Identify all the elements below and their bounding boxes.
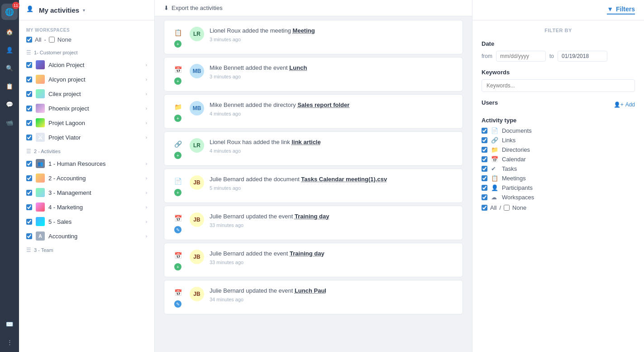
activity-type-icon: 📋: [172, 27, 184, 39]
type-participants-checkbox[interactable]: [482, 185, 487, 191]
sidebar-item-sales[interactable]: 5 - Sales ›: [19, 214, 154, 229]
type-tasks-checkbox[interactable]: [482, 166, 487, 172]
type-workspaces-checkbox[interactable]: [482, 194, 487, 200]
sidebar-item-viator[interactable]: ⚔ Projet Viator ›: [19, 130, 154, 145]
none-checkbox[interactable]: [49, 37, 55, 43]
type-directories-checkbox[interactable]: [482, 147, 487, 153]
video-icon: 📹: [6, 119, 13, 126]
cilex-checkbox[interactable]: [26, 91, 32, 97]
sidebar-item-hr[interactable]: 👥 1 - Human Resources ›: [19, 156, 154, 171]
activity-card: 📄 + JB Julie Bernard added the document …: [164, 169, 463, 203]
activity-card: 🔗 + LR Lionel Roux has added the link li…: [164, 131, 463, 166]
sidebar-item-cilex[interactable]: Cilex project ›: [19, 87, 154, 101]
date-to-input[interactable]: [558, 51, 607, 62]
activity-type-icon: 📁: [172, 101, 184, 113]
more-icon: ⋮: [7, 339, 13, 346]
mgmt-thumb: [36, 188, 45, 197]
type-directories-label: Directories: [502, 146, 530, 153]
sidebar-item-accounting2[interactable]: 2 - Accounting ›: [19, 171, 154, 185]
nav-user[interactable]: 👤: [1, 42, 18, 58]
workspaces-section: MY WORKSPACES All - None: [19, 24, 154, 46]
nav-clipboard[interactable]: 📋: [1, 78, 18, 94]
keywords-input[interactable]: [482, 79, 635, 92]
sidebar-item-marketing[interactable]: 4 - Marketing ›: [19, 200, 154, 214]
type-links-label: Links: [502, 137, 515, 144]
type-meetings-label: Meetings: [502, 175, 526, 182]
sales-arrow: ›: [146, 219, 147, 224]
type-meetings-checkbox[interactable]: [482, 175, 487, 181]
hr-label: 1 - Human Resources: [48, 160, 142, 167]
activity-item-name: Tasks Calendar meeting(1).csv: [301, 176, 387, 183]
filters-button[interactable]: ▼ Filters: [607, 5, 635, 14]
activity-time: 4 minutes ago: [210, 111, 455, 116]
cilex-label: Cilex project: [48, 91, 142, 97]
viator-checkbox[interactable]: [26, 135, 32, 140]
alcyon-checkbox[interactable]: [26, 77, 32, 82]
filter-all-none-row: All / None: [482, 204, 635, 211]
activity-type-icon: 🔗: [172, 138, 184, 150]
activity-icon-col: 🔗 +: [172, 138, 184, 159]
marketing-label: 4 - Marketing: [48, 204, 142, 211]
nav-search[interactable]: 🔍: [1, 60, 18, 76]
accounting-a-checkbox[interactable]: [26, 233, 32, 239]
activity-text: Julie Bernard added the document Tasks C…: [210, 175, 455, 183]
section-team-label: 3 - Team: [34, 247, 53, 253]
sidebar-item-alcion[interactable]: Alcion Project ›: [19, 58, 154, 72]
mgmt-checkbox[interactable]: [26, 190, 32, 196]
filter-date-row: from to: [482, 51, 635, 62]
add-user-button[interactable]: 👤+ Add: [614, 101, 635, 108]
chat-icon: 💬: [6, 101, 13, 108]
hr-thumb: 👥: [36, 159, 45, 168]
lagoon-checkbox[interactable]: [26, 120, 32, 126]
date-from-input[interactable]: [496, 51, 546, 62]
type-tasks-icon: ✔: [491, 165, 498, 172]
activity-type-tasks: ✔ Tasks: [482, 165, 635, 172]
filter-activity-type-section: Activity type 📄 Documents 🔗 Links 📁 Dire…: [482, 117, 635, 211]
export-button[interactable]: ⬇ Export the activities: [164, 5, 223, 11]
all-label: All: [35, 36, 41, 43]
accounting-a-arrow: ›: [146, 234, 147, 239]
app-logo[interactable]: 🌐 11: [1, 4, 18, 20]
sidebar-item-accounting-a[interactable]: A Accounting ›: [19, 229, 154, 243]
activity-icon-col: 📋 +: [172, 27, 184, 48]
sidebar: 👤 My activities ▾ MY WORKSPACES All - No…: [19, 0, 155, 352]
mgmt-label: 3 - Management: [48, 189, 142, 196]
type-all-checkbox[interactable]: [482, 205, 487, 211]
nav-chat[interactable]: 💬: [1, 96, 18, 112]
sidebar-item-alcyon[interactable]: Alcyon project ›: [19, 72, 154, 87]
nav-more[interactable]: ⋮: [1, 334, 18, 350]
accounting-a-thumb: A: [36, 231, 45, 241]
type-none-checkbox[interactable]: [504, 205, 510, 211]
sidebar-item-lagoon[interactable]: Projet Lagoon ›: [19, 116, 154, 130]
section-label: 1- Customer project: [34, 50, 78, 55]
type-calendar-checkbox[interactable]: [482, 156, 487, 162]
hr-checkbox[interactable]: [26, 161, 32, 167]
sidebar-item-mgmt[interactable]: 3 - Management ›: [19, 185, 154, 200]
type-links-checkbox[interactable]: [482, 137, 487, 143]
activity-body: Julie Bernard added the document Tasks C…: [210, 175, 455, 191]
activity-text: Mike Bennett added the event Lunch: [210, 64, 455, 72]
sidebar-item-phoenix[interactable]: Phoenix project ›: [19, 101, 154, 116]
activity-avatar: JB: [190, 212, 204, 227]
activity-body: Julie Bernard updated the event Lunch Pa…: [210, 287, 455, 302]
lagoon-arrow: ›: [146, 121, 147, 125]
home-icon: 🏠: [6, 29, 13, 35]
phoenix-checkbox[interactable]: [26, 106, 32, 111]
accounting2-checkbox[interactable]: [26, 175, 32, 181]
sidebar-dropdown-arrow[interactable]: ▾: [83, 8, 85, 13]
type-documents-checkbox[interactable]: [482, 128, 487, 134]
alcion-checkbox[interactable]: [26, 62, 32, 68]
marketing-checkbox[interactable]: [26, 204, 32, 210]
type-documents-label: Documents: [502, 127, 532, 134]
nav-home[interactable]: 🏠: [1, 24, 18, 40]
activity-icon-col: 📅 ✎: [172, 287, 184, 308]
activity-card: 📅 ✎ JB Julie Bernard updated the event L…: [164, 280, 463, 314]
workspaces-label: MY WORKSPACES: [26, 28, 147, 33]
all-checkbox[interactable]: [26, 37, 32, 43]
sales-checkbox[interactable]: [26, 219, 32, 225]
activity-action-icon: +: [174, 40, 181, 48]
activity-body: Lionel Roux added the meeting Meeting 3 …: [210, 27, 455, 42]
activity-item-name: Lunch: [289, 64, 307, 71]
nav-video[interactable]: 📹: [1, 114, 18, 130]
nav-mail[interactable]: ✉️: [1, 316, 18, 332]
